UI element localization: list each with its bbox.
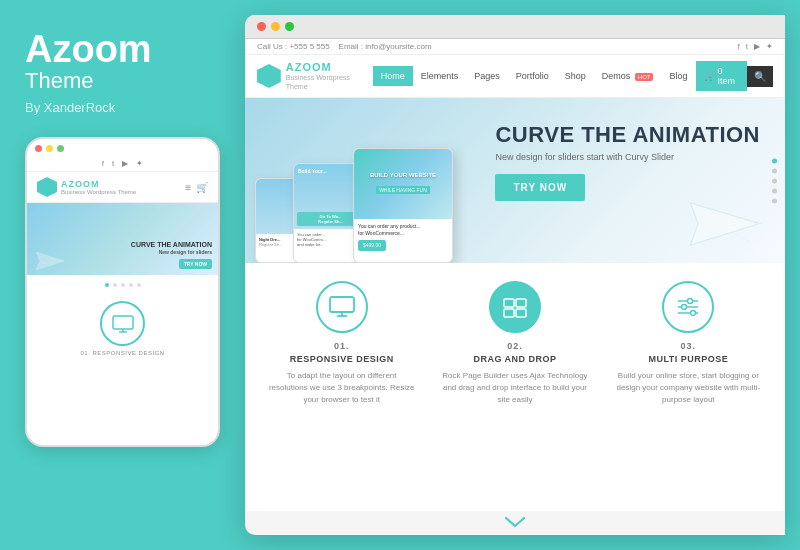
mobile-features-dots <box>105 283 141 287</box>
svg-rect-3 <box>330 297 354 312</box>
large-content: You can order any product... for WooComm… <box>354 219 452 255</box>
top-social-t[interactable]: t <box>746 42 748 51</box>
hero-subtitle: New design for sliders start with Curvy … <box>495 152 760 162</box>
scroll-dot-5 <box>772 198 777 203</box>
mobile-social-bar: f t ▶ ✦ <box>27 156 218 172</box>
svg-rect-7 <box>516 299 526 307</box>
site-topbar: Call Us : +555 5 555 Email : info@yoursi… <box>245 39 785 55</box>
topbar-email: Email : info@yoursite.com <box>339 42 432 51</box>
mobile-hero-sub: New design for sliders <box>131 249 212 256</box>
feature-icon-3 <box>662 281 714 333</box>
nav-item-shop[interactable]: Shop <box>557 66 594 86</box>
mobile-features: 01. RESPONSIVE DESIGN <box>27 275 218 360</box>
chrome-dot-green <box>285 22 294 31</box>
top-social-wp[interactable]: ✦ <box>766 42 773 51</box>
hamburger-icon: ≡ <box>185 182 191 193</box>
social-t: t <box>112 159 114 168</box>
nav-items: Home Elements Pages Portfolio Shop Demos… <box>373 61 773 91</box>
brand-by: By XanderRock <box>25 100 115 115</box>
nav-item-elements[interactable]: Elements <box>413 66 467 86</box>
scroll-dot-1 <box>772 158 777 163</box>
feat-dot-2 <box>113 283 117 287</box>
while-having-text: WHILE HAVING FUN <box>376 186 430 194</box>
brand-subtitle: Theme <box>25 68 93 94</box>
bottom-chevron[interactable] <box>245 511 785 535</box>
svg-rect-8 <box>504 309 514 317</box>
hero-section: Night Dre... Regular Sh... Build Your...… <box>245 98 785 263</box>
mobile-logo-left: AZOOM Business Wordpress Theme <box>37 177 136 197</box>
features-section: 01. RESPONSIVE DESIGN To adapt the layou… <box>245 263 785 511</box>
hero-devices: Night Dre... Regular Sh... Build Your...… <box>255 148 453 263</box>
mobile-logo-hex <box>37 177 57 197</box>
brand-title: Azoom <box>25 30 152 68</box>
nav-item-demos[interactable]: Demos HOT <box>594 66 662 86</box>
chevron-down-icon <box>504 516 526 528</box>
topbar-phone: Call Us : +555 5 555 <box>257 42 330 51</box>
monitor-feature-icon <box>329 296 355 318</box>
mobile-menu-icons: ≡ 🛒 <box>185 182 208 193</box>
large-screen: BUILD YOUR WEBSITE WHILE HAVING FUN <box>354 149 452 219</box>
mobile-hero: CURVE THE ANIMATION New design for slide… <box>27 203 218 275</box>
feature-title-1: RESPONSIVE DESIGN <box>290 354 394 364</box>
cart-icon: 🛒 <box>196 182 208 193</box>
mobile-hero-title: CURVE THE ANIMATION <box>131 240 212 249</box>
scroll-dots <box>772 158 777 203</box>
feature-title-2: DRAG AND DROP <box>473 354 556 364</box>
mobile-logo-title: AZOOM <box>61 179 136 189</box>
mobile-try-btn[interactable]: TRY NOW <box>179 259 212 270</box>
feature-desc-3: Build your online store, start blogging … <box>615 370 762 406</box>
cart-label: 0 Item <box>718 66 740 86</box>
nav-item-home[interactable]: Home <box>373 66 413 86</box>
feature-number-3: 03. <box>681 341 697 351</box>
feat-dot-4 <box>129 283 133 287</box>
svg-point-11 <box>688 299 693 304</box>
mobile-hero-text: CURVE THE ANIMATION New design for slide… <box>131 240 212 269</box>
logo-title: AZOOM <box>286 61 373 74</box>
logo-text-wrap: AZOOM Business Wordpress Theme <box>286 61 373 91</box>
feature-desc-2: Rock Page Builder uses Ajax Technology a… <box>441 370 588 406</box>
mobile-monitor-circle <box>100 301 145 346</box>
site-nav: AZOOM Business Wordpress Theme Home Elem… <box>245 55 785 98</box>
chrome-dot-red <box>257 22 266 31</box>
mobile-logo-row: AZOOM Business Wordpress Theme ≡ 🛒 <box>27 172 218 203</box>
sliders-feature-icon <box>675 296 701 318</box>
top-social-f[interactable]: f <box>738 42 740 51</box>
left-panel: Azoom Theme By XanderRock f t ▶ ✦ AZOOM … <box>0 0 245 550</box>
feature-card-2: 02. DRAG AND DROP Rock Page Builder uses… <box>433 281 596 499</box>
device-large: BUILD YOUR WEBSITE WHILE HAVING FUN You … <box>353 148 453 263</box>
feature-title-3: MULTI PURPOSE <box>648 354 728 364</box>
mobile-feat-label: 01. RESPONSIVE DESIGN <box>80 350 164 356</box>
nav-cart[interactable]: 🛒 0 Item <box>696 61 748 91</box>
feature-icon-1 <box>316 281 368 333</box>
social-yt: ▶ <box>122 159 128 168</box>
feature-card-3: 03. MULTI PURPOSE Build your online stor… <box>607 281 770 499</box>
chrome-dot-yellow <box>271 22 280 31</box>
right-wrapper: Call Us : +555 5 555 Email : info@yoursi… <box>245 0 800 550</box>
try-now-button[interactable]: TRY NOW <box>495 174 585 201</box>
paper-plane-container <box>685 199 765 253</box>
scroll-dot-2 <box>772 168 777 173</box>
nav-item-pages[interactable]: Pages <box>466 66 508 86</box>
hot-badge: HOT <box>635 73 654 81</box>
feat-dot-5 <box>137 283 141 287</box>
mobile-plane-icon <box>35 251 65 271</box>
svg-rect-9 <box>516 309 526 317</box>
nav-item-blog[interactable]: Blog <box>661 66 695 86</box>
nav-item-portfolio[interactable]: Portfolio <box>508 66 557 86</box>
feat-dot-3 <box>121 283 125 287</box>
hero-title: CURVE THE ANIMATION <box>495 123 760 147</box>
svg-rect-6 <box>504 299 514 307</box>
mobile-top-bar <box>27 139 218 156</box>
social-f: f <box>102 159 104 168</box>
browser-chrome <box>245 15 785 39</box>
feature-icon-2 <box>489 281 541 333</box>
svg-rect-0 <box>113 316 133 329</box>
top-social-yt[interactable]: ▶ <box>754 42 760 51</box>
nav-search[interactable]: 🔍 <box>747 66 773 87</box>
logo-hex-icon <box>257 64 281 88</box>
topbar-contact: Call Us : +555 5 555 Email : info@yoursi… <box>257 42 432 51</box>
logo-desc: Business Wordpress Theme <box>286 74 373 91</box>
feature-desc-1: To adapt the layout on different resolut… <box>268 370 415 406</box>
site-logo: AZOOM Business Wordpress Theme <box>257 61 373 91</box>
mobile-dot-green <box>57 145 64 152</box>
